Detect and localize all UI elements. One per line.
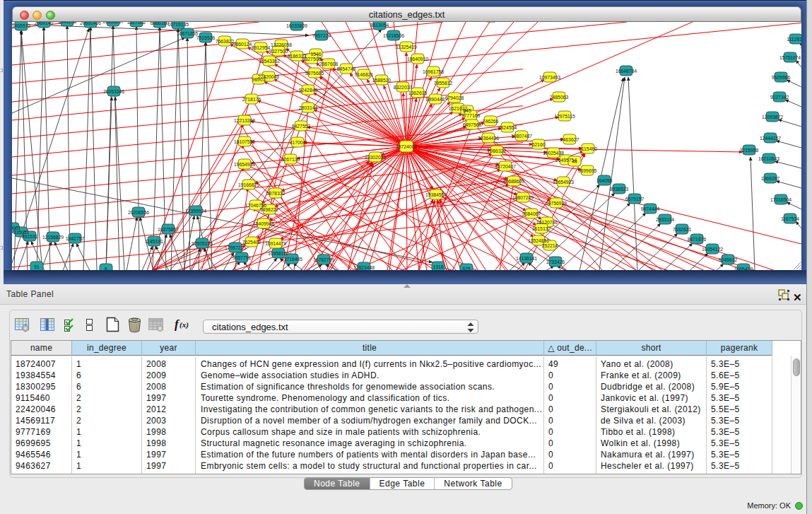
svg-text:3267130: 3267130 — [281, 157, 300, 162]
svg-text:10025438: 10025438 — [543, 151, 564, 156]
svg-text:9860124: 9860124 — [233, 42, 252, 47]
svg-text:19654933: 19654933 — [234, 162, 255, 167]
svg-text:8427552: 8427552 — [292, 124, 311, 129]
svg-text:9084067: 9084067 — [522, 211, 541, 216]
svg-text:11325419: 11325419 — [396, 45, 417, 49]
svg-text:2867608: 2867608 — [319, 62, 339, 66]
svg-text:1342757: 1342757 — [66, 236, 85, 241]
svg-text:17957225: 17957225 — [225, 245, 246, 250]
svg-text:1405572: 1405572 — [12, 23, 30, 28]
svg-text:9474444: 9474444 — [641, 206, 660, 211]
svg-text:1362615: 1362615 — [408, 90, 428, 95]
svg-text:98901: 98901 — [252, 77, 266, 82]
svg-text:1615132: 1615132 — [532, 226, 551, 231]
svg-text:1112815: 1112815 — [787, 37, 801, 42]
svg-text:9327500: 9327500 — [269, 49, 288, 54]
svg-text:10688609: 10688609 — [503, 179, 524, 184]
svg-text:7955812: 7955812 — [434, 81, 453, 86]
svg-text:16961758: 16961758 — [423, 69, 444, 74]
svg-text:9529966: 9529966 — [772, 75, 791, 80]
svg-text:252214: 252214 — [542, 243, 558, 248]
svg-text:6497568: 6497568 — [463, 122, 482, 127]
svg-text:8471876: 8471876 — [688, 237, 707, 242]
svg-text:10958167: 10958167 — [268, 251, 289, 256]
svg-text:18807249: 18807249 — [512, 195, 534, 200]
svg-text:12975115: 12975115 — [554, 114, 575, 119]
svg-text:5878332: 5878332 — [266, 191, 286, 196]
svg-text:12093872: 12093872 — [762, 115, 783, 119]
svg-text:5498222: 5498222 — [260, 207, 279, 212]
svg-text:20691406: 20691406 — [80, 22, 101, 25]
svg-text:391531: 391531 — [22, 234, 38, 239]
svg-text:8: 8 — [105, 267, 107, 271]
svg-text:16107553: 16107553 — [234, 139, 255, 144]
svg-text:2933114: 2933114 — [656, 217, 674, 222]
svg-text:16120746: 16120746 — [536, 220, 558, 225]
svg-text:19166825: 19166825 — [238, 182, 259, 187]
svg-text:12505195: 12505195 — [192, 241, 213, 246]
svg-text:7463627: 7463627 — [560, 137, 579, 142]
svg-text:1588520: 1588520 — [372, 78, 392, 83]
svg-text:8938923: 8938923 — [610, 187, 629, 192]
svg-text:16543362: 16543362 — [259, 59, 280, 64]
svg-text:15720407: 15720407 — [495, 164, 516, 169]
svg-text:1841193: 1841193 — [58, 22, 76, 24]
svg-text:1546: 1546 — [310, 52, 321, 57]
svg-text:9777169: 9777169 — [461, 113, 481, 118]
svg-text:7957224: 7957224 — [312, 33, 331, 38]
svg-text:8322037: 8322037 — [394, 85, 413, 90]
svg-text:2718176: 2718176 — [242, 97, 261, 102]
svg-text:3875685: 3875685 — [305, 71, 324, 76]
svg-text:16914479: 16914479 — [265, 241, 286, 246]
svg-text:1733426: 1733426 — [546, 259, 565, 264]
svg-text:17016504: 17016504 — [770, 197, 792, 202]
svg-text:20364436: 20364436 — [478, 136, 499, 141]
svg-text:13524851: 13524851 — [528, 238, 549, 243]
svg-text:13226058: 13226058 — [271, 42, 292, 47]
svg-text:9242848: 9242848 — [299, 88, 318, 93]
svg-text:9327508: 9327508 — [302, 57, 322, 62]
svg-text:(x): (x) — [180, 320, 189, 329]
svg-text:14136141: 14136141 — [516, 256, 537, 261]
svg-text:17359924: 17359924 — [185, 209, 206, 214]
svg-text:2069140: 2069140 — [35, 22, 54, 25]
svg-text:417004: 417004 — [290, 140, 306, 145]
svg-text:10653267: 10653267 — [102, 22, 124, 24]
svg-text:7625402: 7625402 — [242, 240, 261, 245]
svg-text:1369297: 1369297 — [761, 176, 780, 181]
svg-text:10054122: 10054122 — [702, 247, 723, 252]
svg-text:13716485: 13716485 — [281, 257, 302, 262]
svg-text:9115460: 9115460 — [579, 146, 597, 151]
svg-text:1065412: 1065412 — [734, 267, 753, 271]
svg-text:6679197: 6679197 — [625, 197, 645, 201]
svg-text:16648784: 16648784 — [616, 69, 637, 74]
svg-text:746266: 746266 — [483, 119, 499, 124]
svg-text:8990448: 8990448 — [426, 97, 445, 102]
svg-text:12823448: 12823448 — [353, 265, 375, 270]
svg-text:15409948: 15409948 — [253, 221, 274, 226]
svg-text:23302033: 23302033 — [365, 155, 386, 160]
svg-text:9146821: 9146821 — [355, 72, 374, 77]
svg-text:7485063: 7485063 — [550, 95, 569, 100]
svg-text:44: 44 — [572, 159, 577, 164]
svg-text:10807487: 10807487 — [511, 134, 532, 139]
svg-text:7986322: 7986322 — [488, 148, 507, 153]
svg-text:9227342: 9227342 — [770, 95, 789, 100]
svg-text:9699695: 9699695 — [578, 168, 597, 173]
svg-text:1527602: 1527602 — [127, 22, 146, 25]
svg-text:16033809: 16033809 — [286, 23, 307, 28]
svg-text:8813054: 8813054 — [370, 23, 389, 28]
svg-text:7515526: 7515526 — [196, 35, 216, 40]
svg-text:3215958: 3215958 — [740, 148, 759, 153]
svg-text:91: 91 — [34, 264, 40, 269]
svg-text:20206556: 20206556 — [128, 210, 149, 215]
svg-text:9657791: 9657791 — [233, 255, 252, 260]
svg-text:845: 845 — [463, 108, 471, 113]
svg-text:6966160: 6966160 — [151, 22, 170, 25]
svg-text:975: 975 — [462, 267, 471, 271]
svg-text:8454749: 8454749 — [337, 66, 356, 71]
svg-text:1167534: 1167534 — [781, 216, 799, 221]
svg-text:9245612: 9245612 — [719, 257, 738, 262]
svg-text:3824554: 3824554 — [498, 125, 517, 130]
svg-text:19384554: 19384554 — [425, 192, 447, 197]
